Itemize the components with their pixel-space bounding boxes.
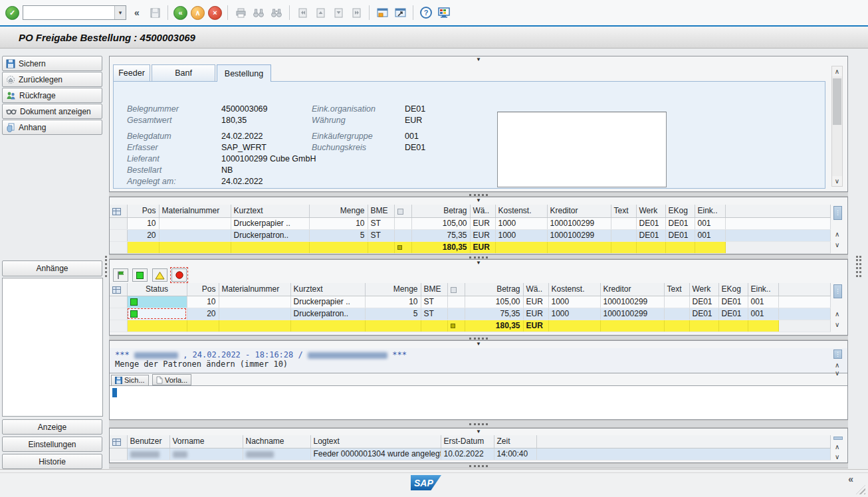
cell-eink[interactable]: 001	[695, 229, 725, 241]
scroll-down-button[interactable]: ∨	[835, 240, 839, 249]
cell-betrag[interactable]: 75,35	[465, 308, 523, 320]
cell-eink[interactable]: 001	[748, 308, 778, 320]
cell-bme[interactable]: ST	[368, 217, 394, 229]
note-log-view[interactable]: *** , 24.02.2022 - 18:16:28 / *** Menge …	[110, 348, 847, 373]
column-header-waehrung[interactable]: Wä..	[523, 283, 548, 296]
splitter-history[interactable]	[109, 420, 848, 428]
cell-waehrung[interactable]: EUR	[523, 296, 548, 308]
status-green-button[interactable]	[132, 268, 148, 282]
cell-bme[interactable]: ST	[368, 229, 394, 241]
column-header-kurztext[interactable]: Kurztext	[290, 283, 365, 296]
previous-page-button[interactable]	[313, 5, 328, 21]
scrollbar-thumb[interactable]	[833, 78, 841, 125]
splitter-items[interactable]	[109, 192, 848, 197]
tab-banf[interactable]: Banf	[152, 64, 215, 81]
cell-werk[interactable]: DE01	[689, 296, 718, 308]
cell-bme[interactable]: ST	[421, 308, 447, 320]
new-session-button[interactable]	[375, 5, 389, 21]
cell-vorname[interactable]	[169, 448, 243, 460]
cell-waehrung[interactable]: EUR	[470, 217, 495, 229]
column-header-ekog[interactable]: EKog	[665, 205, 695, 217]
scroll-up-button[interactable]: ∧	[835, 309, 839, 318]
column-header-pos[interactable]: Pos	[127, 205, 159, 217]
find-next-button[interactable]	[269, 5, 284, 21]
help-button[interactable]: ?	[419, 5, 433, 21]
status-cell-selected[interactable]	[127, 308, 187, 320]
sidebar-button-anhang[interactable]: Anhang	[2, 120, 102, 135]
cancel-button[interactable]: ×	[208, 6, 222, 20]
next-page-button[interactable]	[331, 5, 346, 21]
cell-waehrung[interactable]: EUR	[523, 308, 548, 320]
cell-kostenst[interactable]: 1000	[548, 296, 600, 308]
cell-kurztext[interactable]: Druckerpatron..	[290, 308, 365, 320]
header-scrollbar[interactable]: ∧ ∨	[831, 66, 843, 187]
cell-menge[interactable]: 10	[309, 217, 368, 229]
collapse-header-section[interactable]: ▼	[110, 56, 847, 63]
tab-feeder[interactable]: Feeder	[113, 64, 150, 81]
cell-text[interactable]	[664, 296, 689, 308]
scroll-down-button[interactable]: ∨	[835, 452, 839, 461]
release-flag-button[interactable]	[113, 268, 128, 282]
row-selector[interactable]	[110, 448, 127, 460]
cell-pos[interactable]: 20	[187, 308, 219, 320]
cell-kreditor[interactable]: 1000100299	[600, 308, 664, 320]
collapse-notes-section[interactable]: ▼	[110, 341, 847, 348]
cell-nachname[interactable]	[243, 448, 310, 460]
select-all-button[interactable]	[110, 435, 127, 448]
exit-button[interactable]: ∧	[191, 6, 205, 20]
column-header-pos[interactable]: Pos	[187, 283, 219, 296]
scroll-down-button[interactable]: ∨	[832, 176, 842, 186]
scroll-down-button[interactable]: ∨	[835, 368, 839, 377]
cell-sum[interactable]	[394, 229, 411, 241]
template-button[interactable]: Vorla...	[152, 374, 191, 385]
collapse-toolbar-button[interactable]: «	[130, 5, 144, 21]
column-header-kreditor[interactable]: Kreditor	[600, 283, 664, 296]
column-header-sum[interactable]	[394, 205, 411, 217]
status-red-button[interactable]	[171, 268, 187, 282]
cell-eink[interactable]: 001	[695, 217, 725, 229]
cell-kostenst[interactable]: 1000	[495, 229, 547, 241]
cell-waehrung[interactable]: EUR	[470, 229, 495, 241]
splitter-notes[interactable]	[109, 336, 848, 340]
cell-materialnummer[interactable]	[219, 308, 290, 320]
column-header-materialnummer[interactable]: Materialnummer	[219, 283, 290, 296]
column-header-kostenst[interactable]: Kostenst.	[495, 205, 547, 217]
column-header-text[interactable]: Text	[664, 283, 689, 296]
cell-text[interactable]	[611, 229, 636, 241]
header-note-box[interactable]	[497, 112, 667, 187]
customize-layout-button[interactable]	[437, 5, 451, 21]
column-header-betrag[interactable]: Betrag	[465, 283, 523, 296]
column-header-logtext[interactable]: Logtext	[310, 435, 441, 448]
cell-menge[interactable]: 5	[365, 308, 421, 320]
cell-menge[interactable]: 5	[309, 229, 368, 241]
sidebar-button-historie[interactable]: Historie	[2, 454, 102, 469]
first-page-button[interactable]	[295, 5, 310, 21]
column-header-bme[interactable]: BME	[421, 283, 447, 296]
history-row[interactable]: Feeder 0000001304 wurde angelegt. 10.02.…	[110, 448, 831, 460]
cell-pos[interactable]: 10	[187, 296, 219, 308]
cell-werk[interactable]: DE01	[636, 217, 665, 229]
column-header-menge[interactable]: Menge	[365, 283, 421, 296]
cell-materialnummer[interactable]	[159, 217, 231, 229]
print-button[interactable]	[233, 5, 248, 21]
column-header-eink[interactable]: Eink..	[748, 283, 778, 296]
cell-kreditor[interactable]: 1000100299	[600, 296, 664, 308]
column-header-menge[interactable]: Menge	[309, 205, 368, 217]
column-header-betrag[interactable]: Betrag	[411, 205, 470, 217]
left-splitter-handle[interactable]	[105, 256, 107, 277]
cell-menge[interactable]: 10	[365, 296, 421, 308]
scroll-up-button[interactable]: ∧	[832, 66, 842, 76]
table-settings-button[interactable]: ⋮	[833, 284, 842, 298]
cell-erst-datum[interactable]: 10.02.2022	[441, 448, 494, 460]
cell-kreditor[interactable]: 1000100299	[547, 217, 611, 229]
note-editor[interactable]	[110, 385, 847, 419]
status-cell[interactable]	[127, 296, 187, 308]
sidebar-button-anhaenge[interactable]: Anhänge	[2, 260, 102, 276]
continue-button[interactable]: ✓	[5, 6, 19, 20]
column-header-ekog[interactable]: EKog	[718, 283, 748, 296]
column-header-kostenst[interactable]: Kostenst.	[548, 283, 600, 296]
cell-kurztext[interactable]: Druckerpapier ..	[231, 217, 309, 229]
cell-werk[interactable]: DE01	[636, 229, 665, 241]
attachments-list[interactable]	[2, 278, 103, 417]
column-header-materialnummer[interactable]: Materialnummer	[159, 205, 231, 217]
